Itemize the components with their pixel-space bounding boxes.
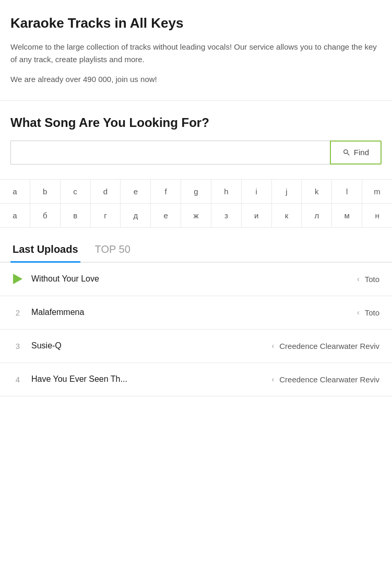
alpha-cell-b[interactable]: b <box>30 180 61 203</box>
alpha-cell-cyr-н[interactable]: н <box>362 204 392 227</box>
latin-row: abcdefghijklm <box>0 180 392 204</box>
alpha-cell-cyr-и[interactable]: и <box>242 204 272 227</box>
search-icon <box>342 148 351 157</box>
find-button[interactable]: Find <box>330 141 382 165</box>
tab-last-uploads[interactable]: Last Uploads <box>10 238 80 262</box>
alpha-cell-cyr-в[interactable]: в <box>61 204 91 227</box>
alpha-cell-cyr-к[interactable]: к <box>272 204 302 227</box>
alpha-cell-a[interactable]: a <box>0 180 30 203</box>
track-artist: Toto <box>365 275 379 284</box>
play-icon[interactable] <box>10 274 25 284</box>
track-item-3[interactable]: 3Susie-Q‹Creedence Clearwater Reviv <box>0 330 392 363</box>
search-section: What Song Are You Looking For? Find <box>0 101 392 180</box>
track-title: Susie-Q <box>31 341 267 350</box>
track-item-4[interactable]: 4Have You Ever Seen Th...‹Creedence Clea… <box>0 363 392 396</box>
alpha-cell-cyr-г[interactable]: г <box>91 204 121 227</box>
track-number: 3 <box>10 342 25 350</box>
alpha-cell-cyr-м[interactable]: м <box>332 204 362 227</box>
alpha-cell-c[interactable]: c <box>61 180 91 203</box>
alpha-cell-f[interactable]: f <box>151 180 181 203</box>
track-number: 2 <box>10 308 25 317</box>
alpha-cell-g[interactable]: g <box>181 180 211 203</box>
alpha-cell-m[interactable]: m <box>362 180 392 203</box>
alpha-cell-cyr-з[interactable]: з <box>211 204 242 227</box>
hero-description: Welcome to the large collection of track… <box>10 41 382 66</box>
alpha-cell-cyr-а[interactable]: а <box>0 204 30 227</box>
track-separator: ‹ <box>272 375 275 383</box>
tabs-row: Last UploadsTOP 50 <box>0 228 392 263</box>
alpha-cell-cyr-б[interactable]: б <box>30 204 61 227</box>
track-item-2[interactable]: 2Malafemmena‹Toto <box>0 296 392 330</box>
hero-section: Karaoke Tracks in All Keys Welcome to th… <box>0 0 392 101</box>
alphabet-section: abcdefghijklm абвгдежзиклмн <box>0 180 392 228</box>
search-row: Find <box>10 141 382 165</box>
alpha-cell-d[interactable]: d <box>91 180 121 203</box>
track-separator: ‹ <box>272 342 275 350</box>
hero-count: We are already over 490 000, join us now… <box>10 73 382 86</box>
track-item-1[interactable]: Without Your Love‹Toto <box>0 263 392 296</box>
search-title: What Song Are You Looking For? <box>10 115 382 130</box>
search-input[interactable] <box>10 141 330 165</box>
alpha-cell-cyr-е[interactable]: е <box>151 204 181 227</box>
track-artist: Toto <box>365 308 379 317</box>
alpha-cell-cyr-д[interactable]: д <box>121 204 151 227</box>
track-artist: Creedence Clearwater Reviv <box>279 342 379 350</box>
find-button-label: Find <box>354 148 369 157</box>
tab-top-50[interactable]: TOP 50 <box>93 238 133 262</box>
track-title: Have You Ever Seen Th... <box>31 375 267 384</box>
hero-title: Karaoke Tracks in All Keys <box>10 15 382 32</box>
track-list: Without Your Love‹Toto2Malafemmena‹Toto3… <box>0 263 392 396</box>
alpha-cell-e[interactable]: e <box>121 180 151 203</box>
cyrillic-row: абвгдежзиклмн <box>0 204 392 227</box>
track-artist: Creedence Clearwater Reviv <box>279 375 379 384</box>
alpha-cell-cyr-л[interactable]: л <box>302 204 332 227</box>
track-title: Malafemmena <box>31 308 352 317</box>
play-triangle-icon <box>13 274 22 284</box>
alpha-cell-h[interactable]: h <box>211 180 242 203</box>
alpha-cell-l[interactable]: l <box>332 180 362 203</box>
alpha-cell-j[interactable]: j <box>272 180 302 203</box>
tracks-section: Last UploadsTOP 50 Without Your Love‹Tot… <box>0 228 392 396</box>
track-separator: ‹ <box>357 275 360 283</box>
track-number: 4 <box>10 375 25 384</box>
alpha-cell-k[interactable]: k <box>302 180 332 203</box>
alpha-cell-i[interactable]: i <box>242 180 272 203</box>
alpha-cell-cyr-ж[interactable]: ж <box>181 204 211 227</box>
track-separator: ‹ <box>357 308 360 317</box>
track-title: Without Your Love <box>31 274 352 284</box>
